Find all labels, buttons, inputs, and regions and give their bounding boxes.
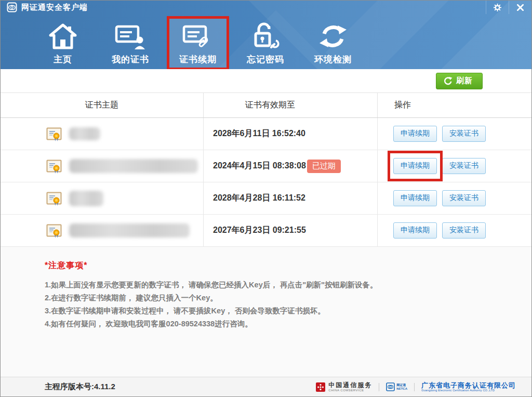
expiry-cell: 2028年6月11日 16:52:40: [203, 118, 377, 150]
footer: 主程序版本号:4.11.2 中国通信服务 CHINA COMSERVICE: [1, 377, 531, 396]
operations-cell: 申请续期 安装证书: [377, 118, 531, 150]
expired-badge: 已过期: [307, 160, 341, 173]
tab-label: 忘记密码: [247, 54, 284, 65]
install-button[interactable]: 安装证书: [442, 222, 486, 239]
certificate-subject-cell: [1, 150, 203, 182]
forgot-password-icon: [251, 21, 280, 51]
certificate-icon: [46, 191, 62, 206]
table-row: 2027年6月23日 09:21:55 申请续期 安装证书: [1, 215, 531, 247]
china-comservice-icon: [316, 382, 325, 392]
notes-title: *注意事项*: [45, 260, 511, 271]
expiry-cell: 2024年4月15日 08:38:08 已过期: [203, 150, 377, 182]
tab-environment-check[interactable]: 环境检测: [302, 16, 364, 69]
expiry-date: 2028年6月11日 16:52:40: [213, 128, 305, 139]
netca-text: 网证通: [396, 383, 407, 387]
gear-icon: [494, 4, 501, 11]
environment-check-icon: [318, 21, 348, 51]
note-item: 1.如果上面没有显示您要更新的数字证书， 请确保您已经插入Key后， 再点击"刷…: [45, 279, 511, 292]
install-button[interactable]: 安装证书: [442, 190, 486, 206]
window-controls: [486, 1, 531, 14]
tab-label: 证书续期: [179, 54, 217, 65]
table-row: 2024年4月15日 08:38:08 已过期 申请续期 安装证书: [1, 150, 531, 182]
settings-button[interactable]: [486, 1, 509, 14]
refresh-button[interactable]: 刷新: [436, 73, 483, 89]
renew-button[interactable]: 申请续期: [393, 190, 437, 206]
expiry-cell: 2027年6月23日 09:21:55: [203, 215, 377, 246]
install-button[interactable]: 安装证书: [442, 126, 486, 142]
refresh-label: 刷新: [456, 76, 473, 86]
certificate-renewal-icon: [182, 21, 214, 51]
expiry-date: 2027年6月23日 09:21:55: [213, 225, 306, 236]
column-header-expiry: 证书有效期至: [203, 93, 377, 117]
note-item: 2.在进行数字证书续期前， 建议您只插入一个Key。: [45, 292, 511, 305]
tab-label: 我的证书: [112, 54, 149, 65]
tab-certificate-renewal[interactable]: 证书续期: [167, 16, 229, 69]
tab-label: 主页: [54, 54, 72, 65]
blurred-certificate-name: [69, 159, 198, 173]
table-header: 证书主题 证书有效期至 操作: [1, 93, 531, 118]
netca-logo: 网证通 NETCA: [386, 382, 407, 391]
renew-button[interactable]: 申请续期: [393, 158, 437, 174]
expiry-date: 2024年4月15日 08:38:08: [213, 161, 306, 171]
gdca-text: 广东省电子商务认证有限公司: [421, 382, 516, 389]
tab-label: 环境检测: [314, 54, 352, 65]
tab-my-certificates[interactable]: 我的证书: [99, 16, 162, 69]
refresh-icon: [444, 76, 453, 85]
app-window: 网证通安全客户端: [0, 0, 532, 397]
operations-cell: 申请续期 安装证书: [377, 182, 531, 214]
install-button[interactable]: 安装证书: [442, 158, 486, 174]
close-icon: [517, 4, 524, 11]
netca-subtext: NETCA: [396, 387, 407, 391]
blurred-certificate-name: [69, 223, 190, 237]
china-comservice-text: 中国通信服务: [328, 382, 372, 388]
close-button[interactable]: [509, 1, 531, 14]
certificate-subject-cell: [1, 215, 203, 246]
operations-cell: 申请续期 安装证书: [377, 215, 531, 246]
tab-home[interactable]: 主页: [32, 16, 94, 69]
china-comservice-subtext: CHINA COMSERVICE: [328, 388, 372, 392]
netca-icon: [386, 382, 395, 391]
note-item: 4.如有任何疑问， 欢迎致电我司客服020-89524338进行咨询。: [45, 317, 511, 330]
column-header-operations: 操作: [377, 93, 531, 117]
logo-divider: [379, 383, 379, 391]
blurred-certificate-name: [69, 191, 103, 206]
certificate-icon: [46, 223, 62, 239]
footer-logos: 中国通信服务 CHINA COMSERVICE 网证通 NETCA 广东省电子商…: [316, 382, 516, 392]
certificate-subject-cell: [1, 182, 203, 214]
certificate-icon: [46, 126, 62, 142]
china-comservice-logo: 中国通信服务 CHINA COMSERVICE: [316, 382, 372, 392]
logo-divider: [414, 383, 415, 391]
certificate-card-icon: [115, 21, 146, 51]
expiry-date: 2028年4月28日 16:11:52: [213, 193, 305, 204]
note-item: 3.在数字证书续期申请和安装过程中， 请不要插拔Key， 否则会导致数字证书损坏…: [45, 305, 511, 317]
column-header-subject: 证书主题: [1, 93, 203, 117]
gdca-subtext: Guangdong Electronic Certification Autho…: [421, 389, 516, 392]
expiry-cell: 2028年4月28日 16:11:52: [203, 182, 377, 214]
version-label: 主程序版本号:4.11.2: [45, 382, 115, 392]
blurred-certificate-name: [69, 127, 100, 140]
app-title: 网证通安全客户端: [21, 3, 88, 12]
table-row: 2028年6月11日 16:52:40 申请续期 安装证书: [1, 118, 531, 150]
table-row: 2028年4月28日 16:11:52 申请续期 安装证书: [1, 182, 531, 215]
home-icon: [48, 21, 77, 51]
toolbar: 刷新: [1, 69, 531, 93]
notes-section: *注意事项* 1.如果上面没有显示您要更新的数字证书， 请确保您已经插入Key后…: [1, 247, 531, 377]
operations-cell: 申请续期 安装证书: [377, 150, 531, 182]
titlebar: 网证通安全客户端: [1, 1, 531, 14]
app-header: 网证通安全客户端: [1, 1, 531, 69]
renew-button[interactable]: 申请续期: [393, 126, 437, 142]
gdca-logo: 广东省电子商务认证有限公司 Guangdong Electronic Certi…: [421, 382, 516, 392]
certificate-icon: [46, 158, 62, 174]
app-logo-icon: [7, 2, 17, 12]
renew-button[interactable]: 申请续期: [393, 222, 437, 239]
tab-forgot-password[interactable]: 忘记密码: [234, 16, 297, 69]
main-nav: 主页 我的证书: [1, 16, 531, 69]
certificate-subject-cell: [1, 118, 203, 150]
